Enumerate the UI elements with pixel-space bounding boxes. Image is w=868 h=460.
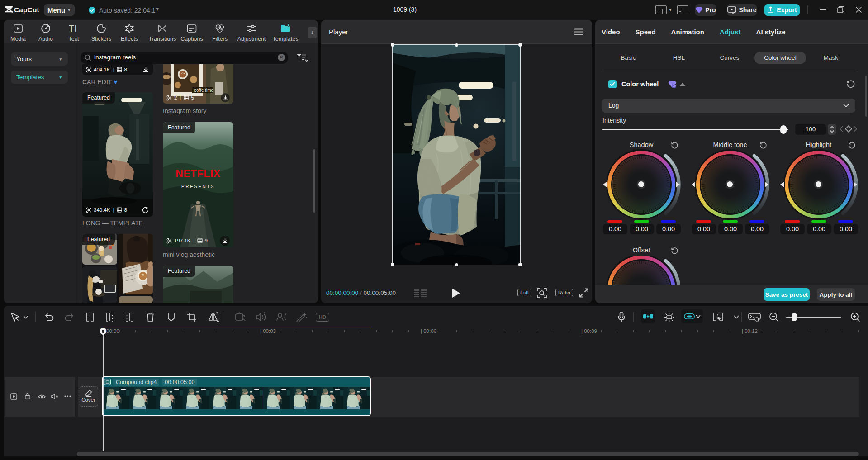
svg-text:TI: TI xyxy=(69,24,77,33)
svg-text:NETFLIX: NETFLIX xyxy=(175,168,220,180)
svg-text:PRESENTS: PRESENTS xyxy=(181,184,215,189)
